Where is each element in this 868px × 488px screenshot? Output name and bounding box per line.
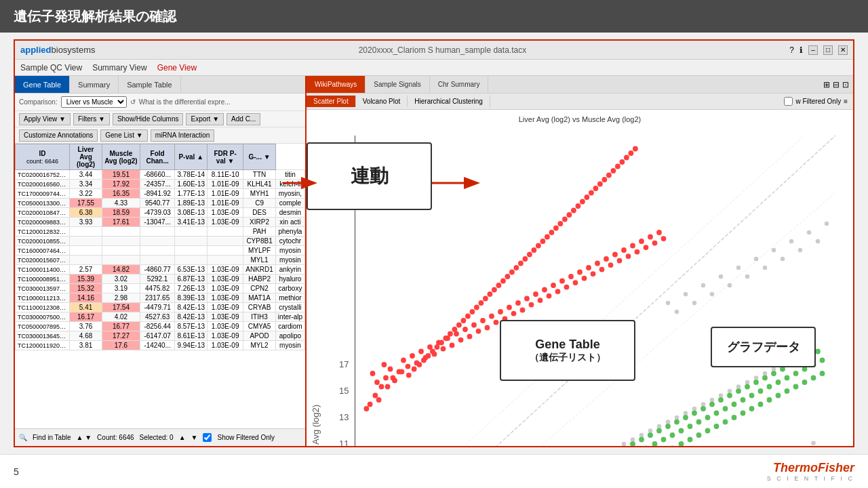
- svg-point-342: [719, 393, 724, 398]
- table-row[interactable]: TC0500013300.h...17.554.339540.771.89E-1…: [16, 199, 305, 208]
- table-cell: TC1200011920.h...: [16, 341, 70, 350]
- tab-volcano-plot[interactable]: Volcano Plot: [356, 96, 408, 107]
- tab-summary[interactable]: Summary: [70, 76, 119, 93]
- nav-gene-view[interactable]: Gene View: [157, 63, 197, 73]
- table-row[interactable]: TC1000008951.h...15.393.025292.16.87E-13…: [16, 274, 305, 284]
- table-row[interactable]: TC1000011400.h...2.5714.82-4860.776.53E-…: [16, 265, 305, 274]
- customize-button[interactable]: Customize Annotations: [19, 129, 98, 142]
- svg-point-226: [758, 388, 764, 394]
- svg-point-106: [532, 247, 537, 253]
- svg-point-387: [825, 222, 829, 226]
- svg-point-344: [736, 384, 741, 389]
- svg-point-345: [745, 380, 750, 385]
- toolbar2: Customize Annotations Gene List ▼ miRNA …: [15, 127, 305, 144]
- up-arrow[interactable]: ▲: [179, 434, 186, 441]
- table-cell: [208, 237, 243, 246]
- svg-point-78: [470, 309, 475, 314]
- tab-gene-table[interactable]: Gene Table: [15, 76, 70, 93]
- svg-point-121: [591, 271, 596, 277]
- filters-button[interactable]: Filters ▼: [73, 113, 110, 125]
- table-row[interactable]: TC1100012308.h...5.4117.54-4479.718.42E-…: [16, 303, 305, 312]
- table-row[interactable]: TC0200009883.h...3.9317.61-13047...3.41E…: [16, 218, 305, 227]
- refresh-icon[interactable]: ↺: [130, 98, 136, 106]
- layout-icon2[interactable]: ⊟: [833, 80, 840, 89]
- table-cell: 1.03E-09: [208, 265, 243, 274]
- table-row[interactable]: TC1200011920.h...3.8117.6-14240...9.94E-…: [16, 341, 305, 350]
- info-icon[interactable]: ℹ: [800, 45, 803, 55]
- svg-point-62: [435, 344, 440, 350]
- table-cell: -68660...: [140, 170, 175, 180]
- col-muscle[interactable]: Muscle Avg (log2): [102, 144, 140, 170]
- gene-list-button[interactable]: Gene List ▼: [100, 129, 147, 142]
- table-row[interactable]: TC1000011213.h...14.162.982317.658.39E-1…: [16, 293, 305, 303]
- comparison-select[interactable]: Liver vs Muscle: [61, 96, 127, 108]
- tab-chr-summary[interactable]: Chr Summary: [430, 76, 489, 93]
- mirna-button[interactable]: miRNA Interaction: [151, 129, 215, 142]
- nav-sample-qc[interactable]: Sample QC View: [20, 63, 82, 73]
- table-row[interactable]: TC1200012832.h...PAHphenyla: [16, 227, 305, 237]
- col-id[interactable]: IDcount: 6646: [16, 144, 70, 170]
- table-cell: -4860.77: [140, 265, 175, 274]
- maximize-button[interactable]: □: [823, 45, 833, 55]
- add-button[interactable]: Add C...: [226, 113, 260, 125]
- col-g[interactable]: G-... ▼: [243, 144, 276, 170]
- table-cell: [140, 237, 175, 246]
- table-row[interactable]: TC0300013645.h...4.6817.27-6147.078.61E-…: [16, 331, 305, 341]
- svg-point-173: [639, 437, 644, 443]
- table-row[interactable]: TC0200016560.h...3.3417.92-24357...1.60E…: [16, 180, 305, 189]
- svg-point-44: [399, 369, 405, 375]
- tab-sample-signals[interactable]: Sample Signals: [366, 76, 429, 93]
- show-filtered-checkbox[interactable]: [203, 433, 212, 442]
- table-row[interactable]: TC0300007500.h...16.174.024527.638.42E-1…: [16, 312, 305, 322]
- table-row[interactable]: TC0200015607.h...MYL1myosin: [16, 256, 305, 265]
- export-button[interactable]: Export ▼: [186, 113, 224, 125]
- sort-buttons[interactable]: ▲ ▼: [77, 434, 92, 441]
- table-row[interactable]: TC0200010855.h...CYP8B1cytochr: [16, 237, 305, 246]
- table-cell: TC0200010855.h...: [16, 237, 70, 246]
- down-arrow[interactable]: ▼: [191, 434, 198, 441]
- svg-point-114: [549, 230, 555, 235]
- table-row[interactable]: TC0200010847.h...6.3818.59-4739.033.08E-…: [16, 208, 305, 218]
- tab-wiki-pathways[interactable]: WikiPathways: [307, 76, 366, 93]
- table-cell: MAT1A: [243, 293, 276, 303]
- minimize-button[interactable]: –: [808, 45, 818, 55]
- svg-point-229: [785, 375, 790, 381]
- help-icon[interactable]: ?: [789, 45, 794, 55]
- layout-icon1[interactable]: ⊞: [823, 80, 830, 89]
- layout-icon3[interactable]: ⊡: [842, 80, 849, 89]
- table-row[interactable]: TC1700009744.h...3.2216.35-8941.921.77E-…: [16, 189, 305, 199]
- menu-icon[interactable]: ≡: [844, 98, 848, 105]
- col-fdr[interactable]: FDR P-val ▼: [208, 144, 243, 170]
- rendo-label: 連動: [351, 163, 389, 189]
- table-cell: TC0300013597.h...: [16, 284, 70, 293]
- table-row[interactable]: TC0500007895.h...3.7616.77-8256.448.57E-…: [16, 322, 305, 331]
- table-cell: 1.77E-13: [175, 189, 208, 199]
- svg-point-153: [661, 236, 667, 241]
- right-tab-bar2: Scatter Plot Volcano Plot Hierarchical C…: [307, 94, 853, 110]
- filter-only-checkbox[interactable]: [784, 97, 793, 106]
- table-cell: MYL2: [243, 341, 276, 350]
- svg-point-118: [558, 221, 564, 226]
- nav-summary[interactable]: Summary View: [92, 63, 146, 73]
- table-row[interactable]: TC1600007464.h...MYLPFmyosin: [16, 246, 305, 256]
- col-pval[interactable]: P-val ▲: [175, 144, 208, 170]
- svg-point-91: [524, 296, 530, 302]
- svg-point-60: [430, 349, 435, 354]
- table-cell: 6.53E-13: [175, 265, 208, 274]
- svg-text:Liver Avg (log2): Liver Avg (log2): [311, 405, 321, 446]
- table-cell: 17.6: [102, 341, 140, 350]
- col-liver[interactable]: Liver Avg (log2): [70, 144, 102, 170]
- svg-point-87: [515, 300, 521, 306]
- tab-sample-table[interactable]: Sample Table: [119, 76, 180, 93]
- table-cell: 1.03E-09: [208, 274, 243, 284]
- table-row[interactable]: TC0200016752.h...3.4419.51-68660...3.78E…: [16, 170, 305, 180]
- col-fold[interactable]: Fold Chan...: [140, 144, 175, 170]
- apply-view-button[interactable]: Apply View ▼: [19, 113, 71, 125]
- close-button[interactable]: ✕: [838, 45, 848, 55]
- tab-hierarchical[interactable]: Hierarchical Clustering: [408, 96, 490, 107]
- tab-scatter-plot[interactable]: Scatter Plot: [307, 96, 356, 107]
- brand-applied: applied: [20, 45, 52, 55]
- show-hide-button[interactable]: Show/Hide Columns: [113, 113, 184, 125]
- svg-point-384: [772, 248, 776, 253]
- table-row[interactable]: TC0300013597.h...15.323.194475.827.26E-1…: [16, 284, 305, 293]
